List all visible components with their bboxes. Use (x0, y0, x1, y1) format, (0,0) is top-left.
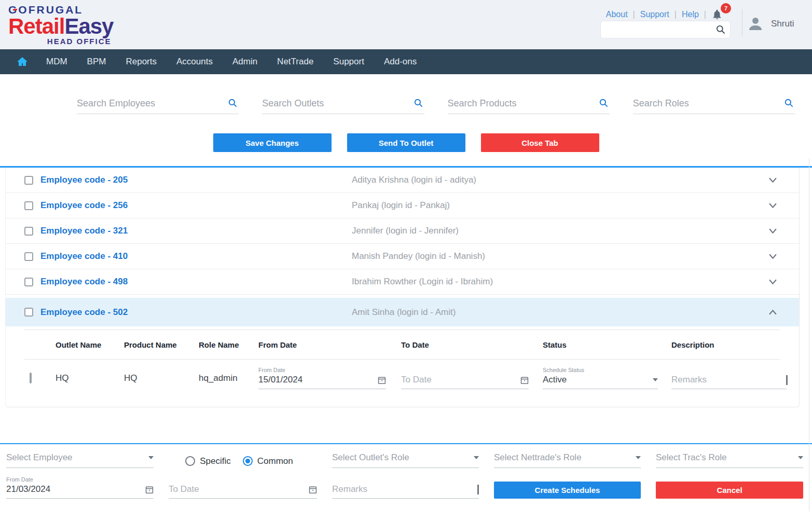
schedule-status-select[interactable]: Schedule Status Active (543, 367, 658, 389)
from-date-input[interactable] (258, 375, 378, 385)
radio-specific[interactable] (185, 456, 195, 466)
from-date-field[interactable]: From Date (258, 367, 386, 389)
search-outlets-field[interactable] (262, 98, 424, 114)
employee-name: Amit Sinha (login id - Amit) (352, 307, 456, 318)
scrollbar-track[interactable] (809, 158, 809, 511)
nav-item-admin[interactable]: Admin (223, 49, 267, 74)
employee-code[interactable]: Employee code - 498 (40, 277, 128, 287)
create-schedules-button[interactable]: Create Schedules (494, 482, 641, 499)
col-from-date: From Date (258, 340, 401, 349)
select-trac-role-dropdown[interactable]: Select Trac's Role (656, 452, 803, 468)
panel-from-date-field[interactable]: From Date (6, 476, 154, 499)
search-roles-input[interactable] (633, 98, 779, 109)
search-icon[interactable] (784, 98, 794, 108)
select-employee-dropdown[interactable]: Select Employee (6, 452, 154, 468)
employee-row-expanded[interactable]: Employee code - 502 Amit Sinha (login id… (6, 298, 799, 326)
row-checkbox[interactable] (24, 201, 33, 210)
nav-item-addons[interactable]: Add-ons (374, 49, 426, 74)
row-checkbox[interactable] (24, 227, 33, 236)
employee-name: Jennifer (login id - Jennifer) (352, 226, 459, 236)
chevron-down-icon[interactable] (768, 228, 777, 234)
nav-item-accounts[interactable]: Accounts (167, 49, 223, 74)
description-field[interactable] (671, 367, 787, 389)
remarks-input[interactable] (671, 375, 786, 385)
employee-code[interactable]: Employee code - 256 (40, 200, 128, 211)
chevron-down-icon[interactable] (768, 279, 777, 285)
chevron-up-icon[interactable] (768, 309, 777, 315)
nav-item-support[interactable]: Support (323, 49, 374, 74)
close-tab-button[interactable]: Close Tab (481, 133, 599, 152)
panel-remarks-field[interactable] (332, 484, 479, 499)
calendar-icon[interactable] (520, 376, 529, 384)
col-role-name: Role Name (199, 340, 258, 349)
panel-row-2: From Date Create Schedules Cancel (6, 476, 803, 499)
chevron-down-icon[interactable] (768, 202, 777, 209)
search-employees-input[interactable] (77, 98, 223, 109)
panel-to-date-field[interactable] (169, 484, 317, 499)
select-nettrade-role-placeholder: Select Nettrade's Role (494, 452, 636, 463)
search-employees-field[interactable] (77, 98, 239, 114)
support-link[interactable]: Support (640, 10, 669, 19)
search-outlets-input[interactable] (262, 98, 408, 109)
header-search-box[interactable] (600, 21, 731, 38)
search-icon[interactable] (414, 98, 423, 108)
select-nettrade-role-dropdown[interactable]: Select Nettrade's Role (494, 452, 641, 468)
panel-to-date-input[interactable] (169, 484, 309, 494)
nav-item-mdm[interactable]: MDM (36, 49, 77, 74)
row-checkbox[interactable] (24, 278, 33, 286)
calendar-icon[interactable] (145, 485, 154, 494)
nav-item-reports[interactable]: Reports (116, 49, 167, 74)
radio-specific-label[interactable]: Specific (200, 456, 231, 466)
dropdown-arrow-icon (148, 456, 154, 459)
description-label-spacer (671, 367, 787, 373)
action-button-row: Save Changes Send To Outlet Close Tab (0, 133, 812, 152)
row-checkbox[interactable] (24, 308, 33, 317)
row-checkbox[interactable] (24, 252, 33, 261)
employee-row[interactable]: Employee code - 321 Jennifer (login id -… (6, 218, 799, 244)
chevron-down-icon[interactable] (768, 177, 777, 183)
employee-code[interactable]: Employee code - 410 (40, 251, 128, 262)
send-to-outlet-button[interactable]: Send To Outlet (347, 133, 465, 152)
panel-from-date-label: From Date (6, 476, 154, 483)
select-outlet-role-dropdown[interactable]: Select Outlet's Role (332, 452, 479, 468)
notification-bell-icon[interactable]: 7 (711, 8, 725, 21)
schedule-status-value[interactable]: Active (543, 375, 653, 385)
nav-item-nettrade[interactable]: NetTrade (267, 49, 323, 74)
header-search-input[interactable] (601, 21, 715, 38)
employee-row[interactable]: Employee code - 498 Ibrahim Rowther (Log… (6, 269, 799, 295)
home-icon[interactable] (8, 56, 36, 68)
search-icon[interactable] (599, 98, 609, 108)
calendar-icon[interactable] (309, 485, 317, 494)
notification-badge: 7 (721, 3, 731, 13)
employee-row[interactable]: Employee code - 256 Pankaj (login id - P… (6, 193, 799, 218)
search-icon[interactable] (715, 24, 726, 35)
help-link[interactable]: Help (682, 10, 699, 19)
search-icon[interactable] (228, 98, 238, 108)
user-chip[interactable]: Shruti (746, 15, 794, 33)
schedule-row-checkbox[interactable] (30, 373, 32, 383)
save-changes-button[interactable]: Save Changes (213, 133, 332, 152)
chevron-down-icon[interactable] (768, 253, 777, 259)
row-checkbox[interactable] (24, 176, 33, 185)
cancel-button[interactable]: Cancel (656, 482, 803, 499)
about-link[interactable]: About (606, 10, 628, 19)
link-separator: | (675, 10, 677, 19)
panel-from-date-input[interactable] (6, 484, 145, 494)
panel-remarks-input[interactable] (332, 484, 477, 494)
calendar-icon[interactable] (378, 376, 386, 384)
radio-common-label[interactable]: Common (257, 456, 293, 466)
search-roles-field[interactable] (633, 98, 795, 114)
employee-code[interactable]: Employee code - 205 (40, 175, 128, 185)
search-products-field[interactable] (448, 98, 610, 114)
employee-row[interactable]: Employee code - 410 Manish Pandey (login… (6, 244, 799, 269)
employee-code[interactable]: Employee code - 321 (40, 226, 128, 236)
nav-item-bpm[interactable]: BPM (77, 49, 116, 74)
employee-name: Ibrahim Rowther (Login id - Ibrahim) (352, 277, 493, 287)
to-date-input[interactable] (401, 375, 520, 385)
radio-common-selected[interactable] (243, 456, 253, 466)
dropdown-arrow-icon[interactable] (653, 378, 658, 381)
employee-row[interactable]: Employee code - 205 Aditya Krishna (logi… (6, 168, 799, 193)
search-products-input[interactable] (448, 98, 594, 109)
employee-code[interactable]: Employee code - 502 (40, 307, 128, 318)
to-date-field[interactable] (401, 367, 529, 389)
